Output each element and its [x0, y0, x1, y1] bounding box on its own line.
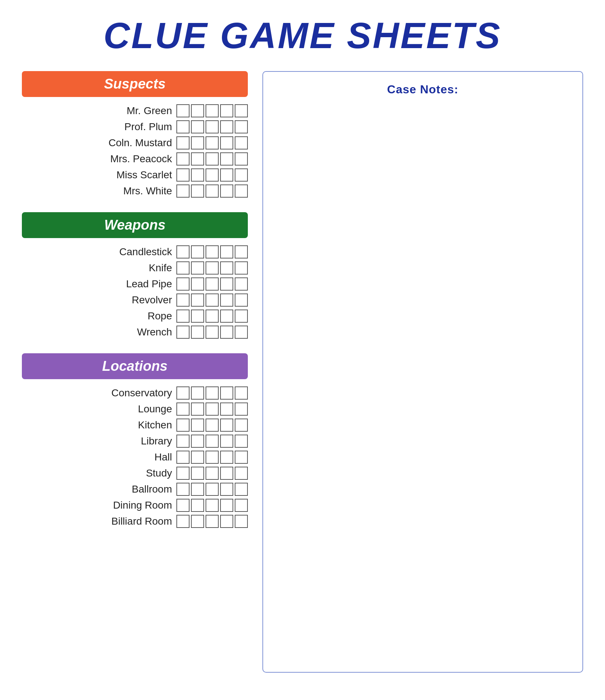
- checkbox-cell[interactable]: [176, 261, 190, 275]
- checkbox-cell[interactable]: [206, 515, 219, 528]
- checkbox-cell[interactable]: [176, 136, 190, 149]
- checkbox-cell[interactable]: [206, 467, 219, 480]
- checkbox-cell[interactable]: [235, 402, 248, 416]
- checkbox-cell[interactable]: [220, 152, 233, 166]
- checkbox-cell[interactable]: [191, 261, 204, 275]
- checkbox-cell[interactable]: [206, 386, 219, 400]
- checkbox-cell[interactable]: [176, 152, 190, 166]
- checkbox-cell[interactable]: [206, 104, 219, 117]
- checkbox-cell[interactable]: [191, 467, 204, 480]
- checkbox-cell[interactable]: [206, 184, 219, 198]
- checkbox-cell[interactable]: [235, 293, 248, 307]
- checkbox-cell[interactable]: [235, 515, 248, 528]
- checkbox-cell[interactable]: [206, 277, 219, 291]
- checkbox-cell[interactable]: [235, 310, 248, 323]
- checkbox-cell[interactable]: [206, 120, 219, 133]
- checkbox-cell[interactable]: [206, 435, 219, 448]
- checkbox-cell[interactable]: [191, 435, 204, 448]
- checkbox-cell[interactable]: [220, 435, 233, 448]
- checkbox-cell[interactable]: [220, 293, 233, 307]
- checkbox-cell[interactable]: [220, 120, 233, 133]
- checkbox-cell[interactable]: [191, 419, 204, 432]
- checkbox-cell[interactable]: [235, 120, 248, 133]
- checkbox-cell[interactable]: [206, 402, 219, 416]
- checkbox-cell[interactable]: [235, 435, 248, 448]
- checkbox-cell[interactable]: [235, 245, 248, 258]
- checkbox-cell[interactable]: [176, 120, 190, 133]
- checkbox-cell[interactable]: [235, 451, 248, 464]
- checkbox-cell[interactable]: [176, 402, 190, 416]
- checkbox-cell[interactable]: [191, 120, 204, 133]
- checkbox-cell[interactable]: [206, 499, 219, 512]
- checkbox-cell[interactable]: [220, 515, 233, 528]
- checkbox-cell[interactable]: [220, 326, 233, 339]
- checkbox-cell[interactable]: [176, 386, 190, 400]
- checkbox-cell[interactable]: [191, 386, 204, 400]
- checkbox-cell[interactable]: [176, 104, 190, 117]
- checkbox-cell[interactable]: [191, 277, 204, 291]
- checkbox-cell[interactable]: [176, 435, 190, 448]
- checkbox-cell[interactable]: [206, 168, 219, 182]
- checkbox-cell[interactable]: [235, 483, 248, 496]
- checkbox-cell[interactable]: [220, 245, 233, 258]
- checkbox-cell[interactable]: [191, 402, 204, 416]
- checkbox-cell[interactable]: [176, 245, 190, 258]
- checkbox-cell[interactable]: [220, 310, 233, 323]
- checkbox-cell[interactable]: [235, 184, 248, 198]
- checkbox-cell[interactable]: [206, 245, 219, 258]
- checkbox-cell[interactable]: [176, 326, 190, 339]
- checkbox-cell[interactable]: [220, 402, 233, 416]
- checkbox-cell[interactable]: [176, 499, 190, 512]
- checkbox-cell[interactable]: [220, 168, 233, 182]
- checkbox-cell[interactable]: [176, 310, 190, 323]
- checkbox-cell[interactable]: [235, 326, 248, 339]
- checkbox-cell[interactable]: [176, 451, 190, 464]
- checkbox-cell[interactable]: [176, 419, 190, 432]
- checkbox-cell[interactable]: [220, 386, 233, 400]
- checkbox-cell[interactable]: [235, 419, 248, 432]
- checkbox-cell[interactable]: [235, 136, 248, 149]
- checkbox-cell[interactable]: [191, 293, 204, 307]
- checkbox-cell[interactable]: [235, 467, 248, 480]
- checkbox-cell[interactable]: [220, 419, 233, 432]
- checkbox-cell[interactable]: [191, 499, 204, 512]
- checkbox-cell[interactable]: [206, 310, 219, 323]
- checkbox-cell[interactable]: [220, 261, 233, 275]
- checkbox-cell[interactable]: [176, 277, 190, 291]
- checkbox-cell[interactable]: [220, 451, 233, 464]
- checkbox-cell[interactable]: [191, 104, 204, 117]
- checkbox-cell[interactable]: [191, 483, 204, 496]
- checkbox-cell[interactable]: [206, 136, 219, 149]
- checkbox-cell[interactable]: [220, 184, 233, 198]
- checkbox-cell[interactable]: [191, 310, 204, 323]
- checkbox-cell[interactable]: [176, 515, 190, 528]
- checkbox-cell[interactable]: [220, 467, 233, 480]
- checkbox-cell[interactable]: [176, 293, 190, 307]
- checkbox-cell[interactable]: [191, 184, 204, 198]
- checkbox-cell[interactable]: [176, 483, 190, 496]
- checkbox-cell[interactable]: [235, 499, 248, 512]
- checkbox-cell[interactable]: [206, 451, 219, 464]
- checkbox-cell[interactable]: [191, 152, 204, 166]
- checkbox-cell[interactable]: [191, 136, 204, 149]
- checkbox-cell[interactable]: [235, 168, 248, 182]
- checkbox-cell[interactable]: [235, 277, 248, 291]
- checkbox-cell[interactable]: [206, 152, 219, 166]
- checkbox-cell[interactable]: [206, 419, 219, 432]
- checkbox-cell[interactable]: [206, 326, 219, 339]
- checkbox-cell[interactable]: [176, 168, 190, 182]
- checkbox-cell[interactable]: [220, 499, 233, 512]
- checkbox-cell[interactable]: [191, 515, 204, 528]
- checkbox-cell[interactable]: [191, 168, 204, 182]
- checkbox-cell[interactable]: [191, 451, 204, 464]
- checkbox-cell[interactable]: [235, 261, 248, 275]
- checkbox-cell[interactable]: [220, 136, 233, 149]
- checkbox-cell[interactable]: [235, 152, 248, 166]
- checkbox-cell[interactable]: [191, 326, 204, 339]
- checkbox-cell[interactable]: [220, 277, 233, 291]
- checkbox-cell[interactable]: [176, 184, 190, 198]
- checkbox-cell[interactable]: [220, 104, 233, 117]
- checkbox-cell[interactable]: [235, 386, 248, 400]
- checkbox-cell[interactable]: [176, 467, 190, 480]
- checkbox-cell[interactable]: [206, 261, 219, 275]
